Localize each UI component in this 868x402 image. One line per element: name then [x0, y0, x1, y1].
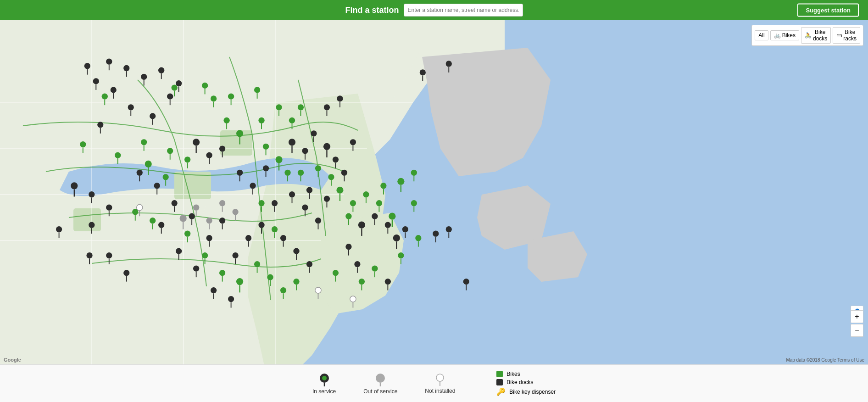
out-of-service-label: Out of service: [363, 388, 397, 395]
zoom-controls: + −: [851, 310, 863, 337]
out-of-service-pin-icon: [375, 373, 386, 386]
key-dispenser-row: 🔑 Bike key dispenser: [496, 387, 556, 396]
in-service-pin-icon: [319, 373, 330, 386]
svg-point-276: [376, 374, 385, 383]
bikes-color-row: Bikes: [496, 371, 556, 377]
filter-all-button[interactable]: All: [755, 30, 768, 40]
map-background: [0, 20, 868, 364]
key-dispenser-label: Bike key dispenser: [509, 389, 556, 395]
legend-in-service: In service: [312, 373, 336, 395]
find-station-section: Find a station: [345, 4, 523, 17]
zoom-in-button[interactable]: +: [851, 310, 863, 323]
bike-icon: 🚲: [774, 32, 781, 39]
not-installed-pin-icon: [435, 373, 445, 386]
svg-rect-3: [220, 130, 252, 156]
bikes-color-label: Bikes: [506, 371, 520, 377]
map-attribution: Map data ©2018 Google Terms of Use: [786, 357, 864, 363]
svg-point-278: [436, 374, 444, 381]
in-service-icon-row: [319, 373, 330, 386]
not-installed-label: Not installed: [425, 388, 455, 394]
suggest-station-button[interactable]: Suggest station: [797, 4, 859, 17]
map-filter-controls: All 🚲 Bikes 🚴 Bikedocks 🗃 Bikeracks: [751, 25, 863, 46]
filter-bike-docks-button[interactable]: 🚴 Bikedocks: [801, 27, 831, 44]
in-service-label: In service: [312, 388, 336, 395]
filter-bikes-button[interactable]: 🚲 Bikes: [770, 30, 799, 40]
bike-docks-color-label: Bike docks: [506, 379, 533, 385]
bike-docks-color-box: [496, 379, 503, 385]
color-legend: Bikes Bike docks 🔑 Bike key dispenser: [496, 371, 556, 396]
not-installed-icon-row: [435, 373, 445, 386]
map-container[interactable]: All 🚲 Bikes 🚴 Bikedocks 🗃 Bikeracks 👤 + …: [0, 20, 868, 364]
page-title: Find a station: [345, 6, 399, 15]
svg-point-274: [322, 376, 327, 380]
filter-bike-racks-button[interactable]: 🗃 Bikeracks: [833, 27, 860, 44]
svg-rect-2: [174, 172, 211, 199]
station-search-input[interactable]: [404, 4, 523, 17]
zoom-out-button[interactable]: −: [851, 324, 863, 337]
bikes-color-box: [496, 371, 503, 377]
key-dispenser-icon: 🔑: [496, 387, 506, 396]
bike-dock-icon: 🚴: [805, 32, 812, 39]
out-of-service-icon-row: [375, 373, 386, 386]
bike-rack-icon: 🗃: [836, 32, 842, 39]
svg-rect-1: [73, 208, 101, 231]
google-logo: Google: [4, 357, 21, 363]
legend: In service Out of service Not installed …: [0, 364, 868, 402]
legend-not-installed: Not installed: [425, 373, 455, 394]
header: Find a station Suggest station: [0, 0, 868, 20]
legend-out-of-service: Out of service: [363, 373, 397, 395]
bike-docks-color-row: Bike docks: [496, 379, 556, 385]
